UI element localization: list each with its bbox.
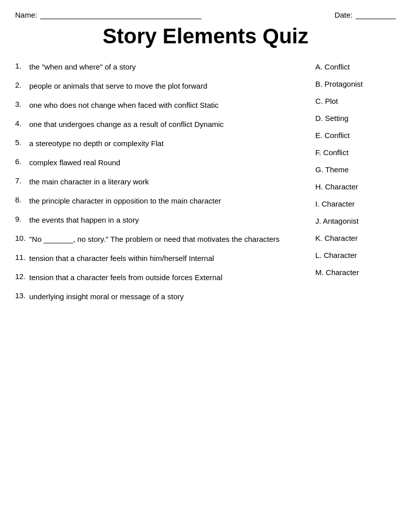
answer-text: F. Conflict [315, 147, 349, 158]
question-text: underlying insight moral or message of a… [29, 291, 184, 302]
question-number: 3. [15, 100, 29, 108]
answer-item: H. Character [315, 179, 396, 196]
question-item: 13. underlying insight moral or message … [15, 289, 305, 306]
answer-item: I. Character [315, 196, 396, 214]
answer-item: F. Conflict [315, 145, 396, 162]
question-item: 2. people or animals that serve to move … [15, 79, 305, 96]
answer-text: C. Plot [315, 96, 338, 106]
answer-text: J. Antagonist [315, 216, 359, 226]
answer-text: D. Setting [315, 113, 349, 123]
answer-item: A. Conflict [315, 59, 396, 77]
question-text: people or animals that serve to move the… [29, 81, 208, 91]
questions-column: 1. the "when and where" of a story 2. pe… [15, 59, 315, 308]
question-text: complex flawed real Round [29, 157, 120, 168]
answer-text: G. Theme [315, 164, 349, 175]
answer-text: B. Protagonist [315, 79, 363, 89]
question-text: "No _______, no story." The problem or n… [29, 234, 280, 244]
question-number: 10. [15, 234, 29, 242]
quiz-body: 1. the "when and where" of a story 2. pe… [15, 59, 396, 308]
question-number: 9. [15, 215, 29, 223]
question-item: 11. tension that a character feels withi… [15, 251, 305, 268]
name-label: Name: [15, 11, 37, 19]
page-title: Story Elements Quiz [15, 24, 396, 48]
question-number: 8. [15, 195, 29, 204]
question-text: one who does not change when faced with … [29, 100, 219, 110]
date-field: Date: [334, 10, 396, 19]
question-item: 9. the events that happen in a story [15, 213, 305, 230]
question-number: 5. [15, 138, 29, 147]
question-item: 5. a stereotype no depth or complexity F… [15, 136, 305, 153]
question-text: the main character in a literary work [29, 176, 149, 187]
question-number: 11. [15, 253, 29, 261]
question-number: 12. [15, 272, 29, 281]
question-item: 7. the main character in a literary work [15, 174, 305, 191]
answer-item: B. Protagonist [315, 77, 396, 94]
name-underline[interactable] [40, 10, 201, 19]
date-underline[interactable] [356, 10, 396, 19]
answer-item: M. Character [315, 265, 396, 282]
question-number: 2. [15, 81, 29, 89]
answer-item: K. Character [315, 231, 396, 248]
answer-text: E. Conflict [315, 130, 350, 141]
date-label: Date: [334, 11, 353, 19]
answer-item: D. Setting [315, 111, 396, 128]
question-item: 3. one who does not change when faced wi… [15, 98, 305, 115]
question-text: the events that happen in a story [29, 215, 139, 225]
answer-text: H. Character [315, 181, 358, 192]
question-number: 1. [15, 61, 29, 70]
header-row: Name: Date: [15, 10, 396, 19]
question-item: 12. tension that a character feels from … [15, 270, 305, 287]
question-text: one that undergoes change as a result of… [29, 119, 224, 129]
answer-text: L. Character [315, 250, 357, 260]
answer-text: M. Character [315, 267, 359, 278]
question-text: tension that a character feels from outs… [29, 272, 223, 283]
answer-item: L. Character [315, 248, 396, 265]
question-text: the "when and where" of a story [29, 61, 136, 72]
question-item: 1. the "when and where" of a story [15, 59, 305, 77]
answer-item: C. Plot [315, 94, 396, 111]
name-field: Name: [15, 10, 201, 19]
answer-item: G. Theme [315, 162, 396, 179]
answer-text: K. Character [315, 233, 358, 243]
question-item: 10. "No _______, no story." The problem … [15, 232, 305, 249]
answer-item: J. Antagonist [315, 214, 396, 231]
answers-column: A. Conflict B. Protagonist C. Plot D. Se… [315, 59, 396, 308]
question-item: 6. complex flawed real Round [15, 155, 305, 172]
answer-text: A. Conflict [315, 61, 350, 72]
question-text: a stereotype no depth or complexity Flat [29, 138, 164, 149]
question-item: 4. one that undergoes change as a result… [15, 117, 305, 134]
question-number: 4. [15, 119, 29, 127]
question-text: the principle character in opposition to… [29, 195, 221, 206]
question-item: 8. the principle character in opposition… [15, 193, 305, 211]
answer-text: I. Character [315, 198, 355, 209]
question-number: 7. [15, 176, 29, 185]
question-text: tension that a character feels within hi… [29, 253, 214, 263]
question-number: 13. [15, 291, 29, 300]
answer-item: E. Conflict [315, 128, 396, 145]
question-number: 6. [15, 157, 29, 166]
